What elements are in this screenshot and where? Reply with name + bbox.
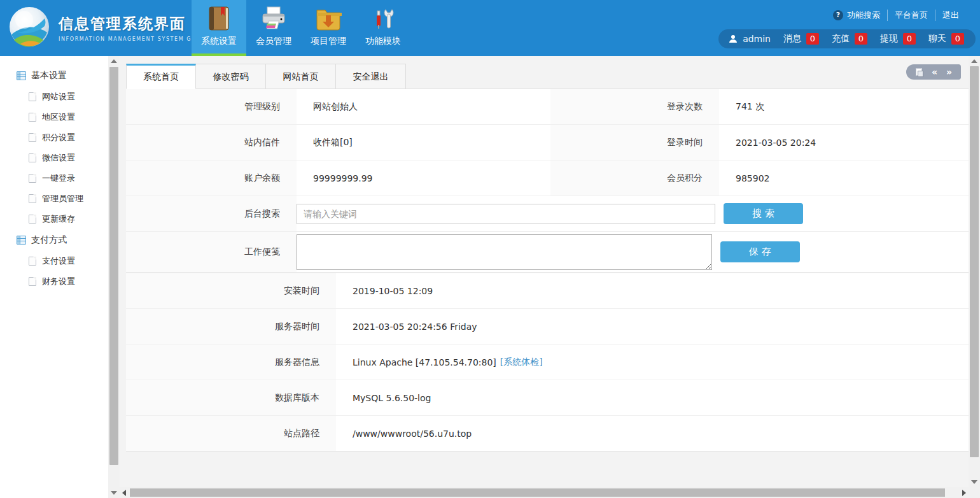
header-quick-links: ? 功能搜索 平台首页 退出 [826,10,966,21]
sidebar-item-finance-settings[interactable]: 财务设置 [0,271,108,292]
book-icon [207,4,231,32]
scrollbar-thumb[interactable] [130,488,945,497]
field-label: 管理级别 [126,89,297,124]
sidebar-item-website-settings[interactable]: 网站设置 [0,87,108,107]
app-subtitle: INFORMATION MANAGEMENT SYSTEM GUI [59,36,199,42]
sidebar-item-wechat-settings[interactable]: 微信设置 [0,148,108,168]
backend-search-row: 后台搜索 搜 索 [126,196,969,232]
sidebar-item-admin-management[interactable]: 管理员管理 [0,189,108,209]
tab-website-home[interactable]: 网站首页 [266,64,336,89]
nav-label: 功能模块 [365,36,401,47]
scroll-down-icon[interactable] [111,491,117,495]
field-label: 登录时间 [550,125,719,160]
messages-count-badge: 0 [806,33,819,45]
info-row-admin-level: 管理级别 网站创始人 登录次数 741 次 [126,89,969,125]
save-button[interactable]: 保 存 [720,241,800,262]
nav-label: 系统设置 [201,36,237,47]
page-icon [29,194,36,203]
work-memo-row: 工作便笺 保 存 [126,232,969,273]
work-memo-textarea[interactable] [297,234,712,270]
scrollbar-thumb[interactable] [970,66,979,457]
field-label: 数据库版本 [126,380,336,415]
field-label: 安装时间 [126,273,336,308]
scrollbar-thumb[interactable] [109,67,118,465]
platform-home-link[interactable]: 平台首页 [887,10,935,21]
sidebar-group-basic-settings[interactable]: 基本设置 [0,65,108,87]
sys-row-database-version: 数据库版本 MySQL 5.6.50-log [126,380,969,416]
nav-item-function-modules[interactable]: 功能模块 [356,0,410,56]
messages-link[interactable]: 消息 0 [783,33,819,45]
tab-safe-logout[interactable]: 安全退出 [336,64,406,89]
page-icon [29,215,36,224]
tabs-scroll-left-icon[interactable]: « [932,68,937,76]
page-icon [29,153,36,162]
sidebar-item-payment-settings[interactable]: 支付设置 [0,251,108,271]
nav-label: 会员管理 [256,36,291,47]
tab-bar: 系统首页 修改密码 网站首页 安全退出 « » [126,56,969,89]
current-user[interactable]: admin [729,34,771,44]
scroll-up-icon[interactable] [971,59,977,63]
field-label: 账户余额 [126,160,297,196]
sidebar: 基本设置 网站设置 地区设置 积分设置 微信设置 一键登录 管理员管理 更新缓存… [0,56,108,498]
search-button[interactable]: 搜 索 [724,203,803,224]
sidebar-item-region-settings[interactable]: 地区设置 [0,107,108,127]
field-label: 站内信件 [126,125,297,160]
tab-system-home[interactable]: 系统首页 [126,64,196,89]
chat-count-badge: 0 [951,33,964,45]
table-icon [17,71,26,80]
nav-item-project-management[interactable]: 项目管理 [301,0,356,56]
sidebar-item-update-cache[interactable]: 更新缓存 [0,209,108,229]
main-nav: 系统设置 会员管理 [192,0,410,56]
field-value: 985902 [719,160,969,196]
page-icon [29,92,36,101]
backend-search-input[interactable] [297,204,715,224]
scroll-right-icon[interactable] [962,490,966,496]
field-label: 登录次数 [550,89,719,124]
scroll-up-icon[interactable] [111,59,117,63]
sidebar-scrollbar[interactable] [108,56,120,498]
folder-download-icon [315,4,342,32]
field-label: 工作便笺 [126,232,297,272]
chat-link[interactable]: 聊天 0 [928,33,964,45]
sidebar-item-points-settings[interactable]: 积分设置 [0,127,108,148]
nav-item-member-management[interactable]: 会员管理 [246,0,301,56]
field-label: 站点路径 [126,416,336,451]
field-label: 后台搜索 [126,196,297,231]
page-icon [29,133,36,142]
sidebar-item-one-click-login[interactable]: 一键登录 [0,168,108,189]
recharge-count-badge: 0 [855,33,867,45]
recharge-link[interactable]: 充值 0 [832,33,867,45]
scrollbar-corner [969,487,980,498]
table-icon [17,236,26,245]
field-label: 会员积分 [550,160,719,196]
globe-logo-icon [5,3,55,53]
tab-list-icon[interactable] [916,68,922,76]
field-value: Linux Apache [47.105.54.70:80] [系统体检] [336,345,969,380]
logout-link[interactable]: 退出 [935,10,966,21]
sidebar-group-payment-methods[interactable]: 支付方式 [0,229,108,251]
function-search-link[interactable]: ? 功能搜索 [826,10,887,21]
main-scrollbar-horizontal[interactable] [120,487,969,498]
field-value: 2021-03-05 20:24 [719,125,969,160]
field-value: /www/wwwroot/56.u7u.top [336,416,969,451]
withdraw-link[interactable]: 提现 0 [880,33,916,45]
system-info-section: 安装时间 2019-10-05 12:09 服务器时间 2021-03-05 2… [126,273,969,452]
nav-label: 项目管理 [311,36,346,47]
app-header: 信息管理系统界面 INFORMATION MANAGEMENT SYSTEM G… [0,0,980,56]
app-title: 信息管理系统界面 [59,14,199,34]
sys-row-server-time: 服务器时间 2021-03-05 20:24:56 Friday [126,309,969,345]
page-icon [29,277,36,286]
inbox-link[interactable]: 收件箱[0] [297,125,550,160]
field-value: 网站创始人 [297,89,550,124]
scroll-down-icon[interactable] [971,480,977,484]
main-scrollbar-vertical[interactable] [969,56,980,487]
sys-row-server-info: 服务器信息 Linux Apache [47.105.54.70:80] [系统… [126,345,969,380]
printer-icon [261,4,286,32]
system-check-link[interactable]: [系统体检] [500,357,543,368]
tabs-scroll-right-icon[interactable]: » [946,68,951,76]
tab-change-password[interactable]: 修改密码 [196,64,266,89]
user-icon [729,34,738,43]
nav-item-system-settings[interactable]: 系统设置 [192,0,246,56]
scroll-left-icon[interactable] [122,490,126,496]
page-icon [29,113,36,122]
